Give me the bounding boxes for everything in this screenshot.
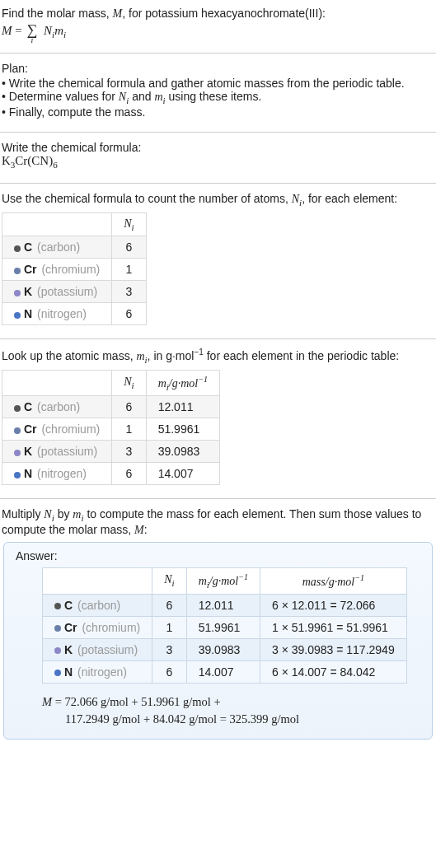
divider: [0, 498, 436, 499]
chem-formula-section: Write the chemical formula: K3Cr(CN)6: [0, 138, 436, 178]
plan-item: Finally, compute the mass.: [2, 105, 434, 119]
count-section: Use the chemical formula to count the nu…: [0, 189, 436, 334]
table-row: N (nitrogen) 6: [2, 303, 147, 325]
col-mass: mass/g·mol−1: [260, 568, 406, 594]
col-Ni: Ni: [152, 568, 186, 594]
divider: [0, 53, 436, 54]
mass-heading: Look up the atomic mass, mi, in g·mol−1 …: [2, 348, 434, 364]
plan-section: Plan: Write the chemical formula and gat…: [0, 58, 436, 127]
multiply-heading: Multiply Ni by mi to compute the mass fo…: [2, 507, 434, 537]
mass-section: Look up the atomic mass, mi, in g·mol−1 …: [0, 344, 436, 493]
answer-label: Answer:: [16, 549, 424, 562]
col-Ni: Ni: [112, 370, 146, 395]
answer-table: Ni mi/g·mol−1 mass/g·mol−1 C (carbon) 6 …: [42, 567, 407, 683]
table-row: C (carbon) 6: [2, 236, 147, 259]
table-row: Cr (chromium) 1: [2, 259, 147, 281]
divider: [0, 183, 436, 184]
col-mi: mi/g·mol−1: [186, 568, 260, 594]
table-row: N (nitrogen) 6 14.007 6 × 14.007 = 84.04…: [43, 660, 407, 683]
col-Ni: Ni: [112, 212, 146, 236]
count-table: Ni C (carbon) 6 Cr (chromium) 1 K (potas…: [2, 212, 147, 326]
chem-formula: K3Cr(CN)6: [2, 154, 434, 170]
mass-table: Ni mi/g·mol−1 C (carbon) 6 12.011 Cr (ch…: [2, 370, 220, 485]
plan-item: Write the chemical formula and gather at…: [2, 77, 434, 90]
intro-section: Find the molar mass, M, for potassium he…: [0, 3, 436, 48]
intro-formula: M = ∑i Nimi: [2, 22, 434, 40]
table-row: C (carbon) 6 12.011 6 × 12.011 = 72.066: [43, 594, 407, 616]
chem-formula-heading: Write the chemical formula:: [2, 141, 434, 154]
divider: [0, 132, 436, 133]
col-element: [2, 370, 112, 395]
table-row: K (potassium) 3 39.0983: [2, 441, 220, 463]
table-row: K (potassium) 3: [2, 281, 147, 303]
table-row: N (nitrogen) 6 14.007: [2, 463, 220, 485]
table-row: Cr (chromium) 1 51.9961: [2, 418, 220, 441]
col-element: [2, 212, 112, 236]
answer-box: Answer: Ni mi/g·mol−1 mass/g·mol−1 C (ca…: [3, 542, 433, 740]
intro-line1: Find the molar mass, M, for potassium he…: [2, 7, 434, 21]
col-element: [43, 568, 152, 594]
plan-item: Determine values for Ni and mi using the…: [2, 90, 434, 105]
plan-list: Write the chemical formula and gather at…: [2, 77, 434, 119]
col-mi: mi/g·mol−1: [146, 370, 219, 395]
count-heading: Use the chemical formula to count the nu…: [2, 192, 434, 208]
table-row: C (carbon) 6 12.011: [2, 396, 220, 418]
table-row: K (potassium) 3 39.0983 3 × 39.0983 = 11…: [43, 638, 407, 660]
plan-heading: Plan:: [2, 62, 434, 75]
multiply-section: Multiply Ni by mi to compute the mass fo…: [0, 504, 436, 749]
final-equation: M = 72.066 g/mol + 51.9961 g/mol + 117.2…: [42, 693, 424, 730]
table-row: Cr (chromium) 1 51.9961 1 × 51.9961 = 51…: [43, 616, 407, 638]
divider: [0, 338, 436, 339]
